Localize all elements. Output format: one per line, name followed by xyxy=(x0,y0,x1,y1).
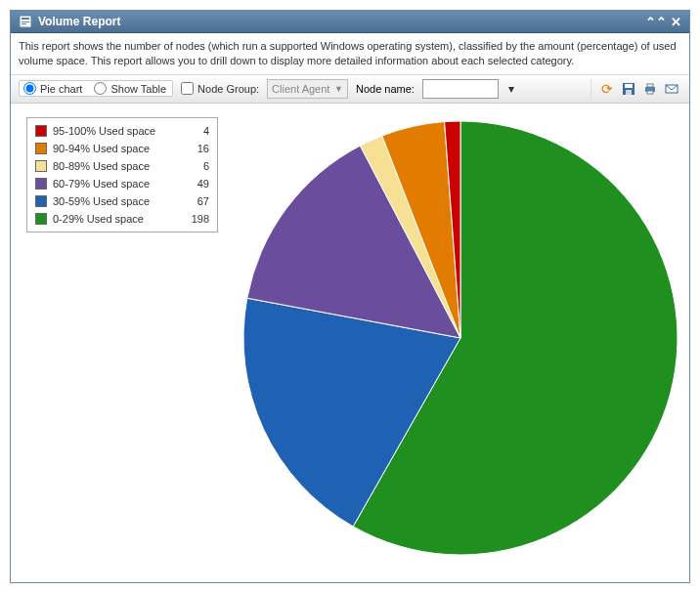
toolbar-actions: ⟳ xyxy=(591,79,681,99)
svg-rect-3 xyxy=(22,23,26,24)
chevron-down-icon: ▼ xyxy=(334,84,343,94)
legend-swatch xyxy=(35,213,47,225)
legend-row[interactable]: 60-79% Used space49 xyxy=(31,175,213,192)
pie-chart-radio-input[interactable] xyxy=(23,82,36,95)
collapse-icon[interactable]: ⌃⌃ xyxy=(645,16,667,28)
node-group-checkbox-input[interactable] xyxy=(181,82,194,95)
panel-header: Volume Report ⌃⌃ ✕ xyxy=(11,11,689,33)
legend-label: 80-89% Used space xyxy=(53,160,182,172)
svg-rect-9 xyxy=(647,91,653,94)
legend-value: 16 xyxy=(188,143,209,154)
svg-rect-6 xyxy=(626,90,632,95)
legend: 95-100% Used space490-94% Used space1680… xyxy=(26,117,218,232)
node-group-checkbox[interactable]: Node Group: xyxy=(181,82,259,95)
legend-label: 0-29% Used space xyxy=(53,213,182,225)
legend-swatch xyxy=(35,125,47,137)
legend-value: 49 xyxy=(188,178,209,190)
svg-rect-1 xyxy=(22,18,29,20)
legend-row[interactable]: 80-89% Used space6 xyxy=(31,157,213,175)
node-name-input[interactable] xyxy=(422,79,499,99)
legend-swatch xyxy=(35,178,47,190)
report-description: This report shows the number of nodes (w… xyxy=(11,33,689,75)
legend-label: 60-79% Used space xyxy=(53,178,182,190)
svg-rect-5 xyxy=(625,84,633,88)
toolbar: Pie chart Show Table Node Group: Client … xyxy=(11,75,689,104)
legend-swatch xyxy=(35,195,47,207)
legend-swatch xyxy=(35,143,47,154)
print-icon[interactable] xyxy=(640,79,660,99)
report-icon xyxy=(19,15,32,28)
svg-rect-2 xyxy=(22,21,29,22)
legend-swatch xyxy=(35,160,47,172)
legend-row[interactable]: 90-94% Used space16 xyxy=(31,140,213,157)
show-table-radio-label: Show Table xyxy=(110,83,166,95)
email-icon[interactable] xyxy=(662,79,681,99)
legend-value: 67 xyxy=(188,195,209,207)
pie-chart xyxy=(236,113,685,563)
node-name-dropdown-icon[interactable]: ▾ xyxy=(506,82,516,96)
save-icon[interactable] xyxy=(619,79,638,99)
legend-row[interactable]: 95-100% Used space4 xyxy=(31,122,213,140)
show-table-radio[interactable]: Show Table xyxy=(94,82,166,95)
pie-chart-radio[interactable]: Pie chart xyxy=(23,82,82,95)
volume-report-panel: Volume Report ⌃⌃ ✕ This report shows the… xyxy=(10,10,690,583)
legend-label: 90-94% Used space xyxy=(53,143,182,154)
show-table-radio-input[interactable] xyxy=(94,82,107,95)
legend-label: 95-100% Used space xyxy=(53,125,182,137)
legend-value: 4 xyxy=(188,125,209,137)
node-group-select-value: Client Agent xyxy=(272,83,332,95)
legend-row[interactable]: 30-59% Used space67 xyxy=(31,192,213,210)
legend-value: 6 xyxy=(188,160,209,172)
chart-area: 95-100% Used space490-94% Used space1680… xyxy=(11,104,689,582)
svg-rect-8 xyxy=(647,84,653,87)
refresh-icon[interactable]: ⟳ xyxy=(597,79,617,99)
view-mode-group: Pie chart Show Table xyxy=(19,80,173,97)
close-icon[interactable]: ✕ xyxy=(671,16,681,28)
panel-title: Volume Report xyxy=(38,15,120,28)
legend-row[interactable]: 0-29% Used space198 xyxy=(31,210,213,228)
pie-chart-radio-label: Pie chart xyxy=(40,83,82,95)
node-group-select[interactable]: Client Agent ▼ xyxy=(267,79,348,99)
node-group-checkbox-label: Node Group: xyxy=(197,83,259,95)
legend-value: 198 xyxy=(188,213,209,225)
legend-label: 30-59% Used space xyxy=(53,195,182,207)
node-name-label: Node name: xyxy=(356,83,415,95)
